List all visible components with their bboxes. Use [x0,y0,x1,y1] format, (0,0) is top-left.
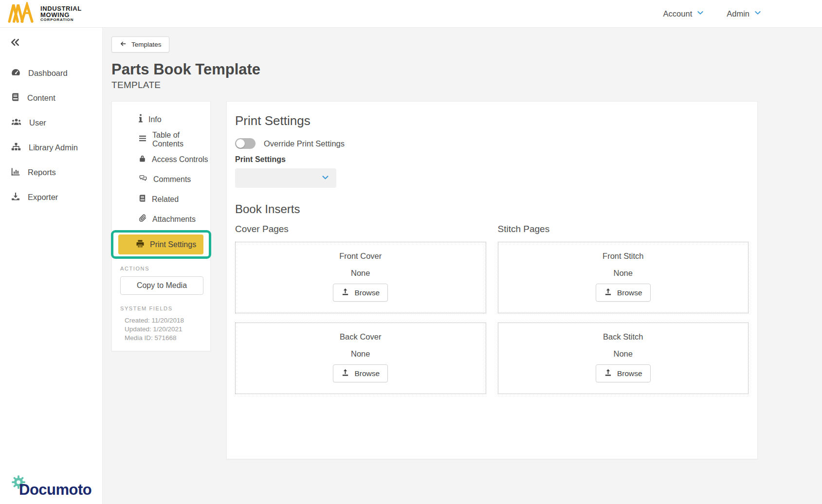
book-inserts-heading: Book Inserts [235,202,749,216]
tab-label: Related [152,195,179,204]
sidebar-item-user[interactable]: User [0,110,102,135]
top-bar: INDUSTRIAL MOWING CORPORATION Account Ad… [0,0,822,28]
tab-label: Attachments [152,215,196,224]
dashboard-icon [11,67,21,79]
tab-table-of-contents[interactable]: Table of Contents [112,129,210,149]
bar-chart-icon [11,167,20,179]
sidebar-item-content[interactable]: Content [0,86,102,110]
back-button-label: Templates [131,41,162,48]
sitemap-icon [11,142,21,154]
sidebar-item-library-admin[interactable]: Library Admin [0,135,102,160]
top-menu: Account Admin [663,9,762,18]
documoto-logo: Documoto [6,477,99,502]
insert-title: Back Stitch [603,332,643,342]
info-icon [138,114,143,125]
front-stitch-browse-button[interactable]: Browse [596,284,651,302]
system-field-created: Created: 11/20/2018 [125,316,210,325]
tab-comments[interactable]: Comments [112,169,210,189]
front-stitch-dropzone: Front Stitch None Browse [498,242,749,313]
account-menu[interactable]: Account [663,9,705,18]
back-stitch-browse-button[interactable]: Browse [596,364,651,382]
insert-value: None [614,349,633,359]
chevron-down-icon [321,173,329,183]
tab-print-settings[interactable]: Print Settings [118,234,203,254]
sidebar-item-label: Dashboard [28,69,68,78]
tab-attachments[interactable]: Attachments [112,209,210,229]
book-icon [11,92,20,104]
tab-label: Access Controls [152,155,208,164]
tab-label: Info [148,115,162,124]
account-menu-label: Account [663,9,693,18]
back-cover-browse-button[interactable]: Browse [333,364,388,382]
app-window: INDUSTRIAL MOWING CORPORATION Account Ad… [0,0,822,504]
book-icon [138,194,146,205]
comments-icon [138,174,148,184]
sidebar: Dashboard Content User Library Admin [0,28,103,504]
tab-label: Comments [153,175,191,184]
admin-menu[interactable]: Admin [727,9,762,18]
main-content: Templates Parts Book Template TEMPLATE I… [103,28,822,504]
sidebar-item-dashboard[interactable]: Dashboard [0,61,102,86]
insert-value: None [351,349,370,359]
upload-icon [341,288,349,298]
back-cover-dropzone: Back Cover None Browse [235,323,486,394]
print-settings-heading: Print Settings [235,113,749,128]
system-fields-section-label: SYSTEM FIELDS [120,306,210,311]
tab-related[interactable]: Related [112,189,210,209]
stitch-pages-heading: Stitch Pages [498,224,749,234]
print-settings-highlight-annotation: Print Settings [111,230,211,259]
browse-button-label: Browse [354,369,380,378]
sidebar-item-reports[interactable]: Reports [0,160,102,185]
upload-icon [604,368,612,378]
sidebar-item-label: Reports [28,168,56,177]
mowing-logo-icon [7,2,36,25]
cover-pages-column: Cover Pages Front Cover None Browse [235,224,486,403]
back-stitch-dropzone: Back Stitch None Browse [498,323,749,394]
printer-icon [136,239,145,250]
print-settings-select[interactable] [235,168,336,188]
tab-info[interactable]: Info [112,109,210,129]
sidebar-item-label: Library Admin [29,143,78,152]
sidebar-nav: Dashboard Content User Library Admin [0,61,102,210]
front-cover-browse-button[interactable]: Browse [333,284,388,302]
insert-value: None [614,269,633,278]
tab-label: Table of Contents [152,131,210,148]
admin-menu-label: Admin [727,9,749,18]
sidebar-item-label: User [29,118,46,127]
system-fields: Created: 11/20/2018 Updated: 1/20/2021 M… [125,316,210,342]
detail-nav-panel: Info Table of Contents Access Controls [111,101,211,351]
arrow-left-icon [119,40,127,49]
documoto-wordmark: Documoto [19,481,91,499]
sidebar-item-label: Content [27,93,55,103]
toggle-knob [236,139,245,148]
back-to-templates-button[interactable]: Templates [111,36,169,53]
download-icon [11,192,20,203]
copy-to-media-button[interactable]: Copy to Media [120,276,203,295]
insert-title: Back Cover [340,332,381,342]
browse-button-label: Browse [617,369,642,378]
print-settings-card: Print Settings Override Print Settings P… [226,101,758,459]
browse-button-label: Browse [617,288,642,297]
system-field-updated: Updated: 1/20/2021 [125,325,210,334]
page-title: Parts Book Template [111,61,822,78]
insert-value: None [351,269,370,278]
company-logo: INDUSTRIAL MOWING CORPORATION [7,2,82,25]
insert-title: Front Cover [339,252,382,261]
list-icon [138,134,147,144]
sidebar-item-label: Exporter [28,193,58,202]
chevrons-left-icon[interactable] [10,37,21,49]
chevron-down-icon [754,9,762,18]
system-field-media-id: Media ID: 571668 [125,334,210,342]
tab-access-controls[interactable]: Access Controls [112,149,210,169]
override-print-settings-label: Override Print Settings [264,139,345,148]
override-print-settings-toggle[interactable] [235,138,256,149]
actions-section-label: ACTIONS [120,266,210,271]
page-subtitle: TEMPLATE [111,80,822,90]
upload-icon [604,288,612,298]
users-icon [11,117,22,129]
company-name: INDUSTRIAL MOWING CORPORATION [40,5,82,22]
chevron-down-icon [696,9,704,18]
insert-title: Front Stitch [603,252,643,261]
sidebar-item-exporter[interactable]: Exporter [0,185,102,210]
cover-pages-heading: Cover Pages [235,224,486,234]
